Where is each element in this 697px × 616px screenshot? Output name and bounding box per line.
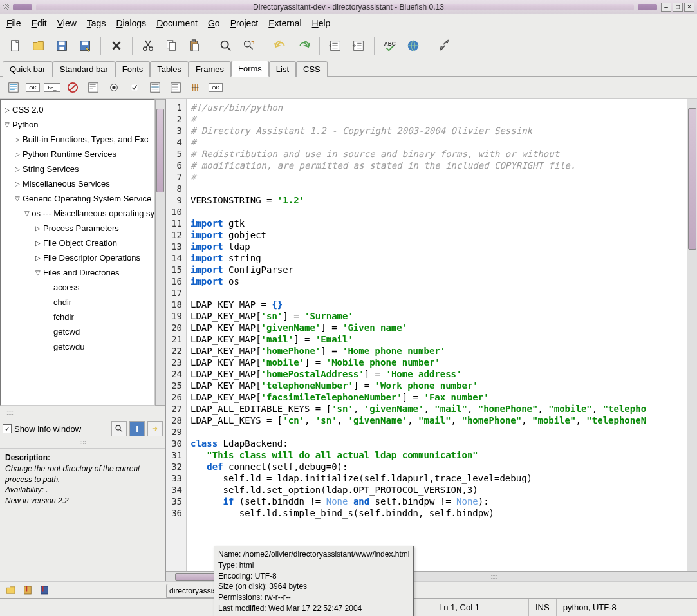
tree-item[interactable]: ▷File Object Creation (1, 236, 154, 250)
toolbar-tab-list[interactable]: List (269, 61, 296, 77)
close-file-button[interactable] (106, 35, 127, 56)
option-tool[interactable] (167, 79, 184, 96)
menu-dialogs[interactable]: Dialogs (116, 18, 146, 28)
form-button[interactable] (5, 79, 22, 96)
menu-help[interactable]: Help (312, 18, 331, 28)
radio-tool[interactable] (106, 79, 122, 96)
checkbox-tool[interactable] (126, 79, 143, 96)
redo-button[interactable] (293, 35, 314, 56)
tree-item[interactable]: ▷Process Parameters (1, 221, 154, 236)
optgroup-tool[interactable] (188, 79, 205, 96)
open-file-button[interactable] (28, 35, 49, 56)
textarea-tool[interactable] (85, 79, 102, 96)
toolbar-tab-fonts[interactable]: Fonts (115, 61, 151, 77)
search-ref-button[interactable] (111, 421, 127, 436)
tree-item[interactable]: fchdir (1, 310, 154, 324)
menu-project[interactable]: Project (230, 18, 259, 28)
forbidden-button-tool[interactable] (64, 79, 81, 96)
spellcheck-button[interactable]: ABC (380, 35, 400, 56)
tree-scroll-thumb[interactable] (156, 109, 164, 192)
select-tool[interactable] (147, 79, 163, 96)
reference-tab-icon[interactable] (37, 584, 51, 597)
chevron-right-icon[interactable]: ▷ (34, 225, 42, 232)
tree-item-label: Process Parameters (43, 223, 119, 233)
info-button[interactable]: i (129, 421, 145, 436)
toolbar-tab-forms[interactable]: Forms (231, 61, 269, 77)
status-insert-mode[interactable]: INS (529, 599, 557, 616)
tree-item[interactable]: ▽Generic Operating System Service (1, 191, 154, 206)
copy-button[interactable] (161, 35, 181, 56)
toolbar-tab-css[interactable]: CSS (296, 61, 328, 77)
menu-go[interactable]: Go (208, 18, 220, 28)
tree-item[interactable]: access (1, 280, 154, 295)
tree-item[interactable]: ▷File Descriptor Operations (1, 250, 154, 265)
menu-edit[interactable]: Edit (32, 18, 47, 28)
text-input-tool[interactable]: bc_ (44, 83, 60, 92)
chevron-right-icon[interactable]: ▷ (14, 136, 21, 143)
tree-item[interactable]: ▷Miscellaneous Services (1, 176, 154, 191)
tree-item[interactable]: chdir (1, 295, 154, 310)
toolbar-tab-quick-bar[interactable]: Quick bar (3, 61, 53, 77)
maximize-button[interactable]: □ (673, 3, 683, 12)
tree-item[interactable]: ▽os --- Miscellaneous operating sy (1, 206, 154, 221)
close-button[interactable]: × (684, 3, 694, 12)
tree-scrollbar[interactable] (155, 99, 165, 406)
chevron-right-icon[interactable]: ▷ (34, 239, 42, 247)
minimize-button[interactable]: – (661, 3, 671, 12)
find-replace-button[interactable] (239, 35, 259, 56)
toolbar-tab-frames[interactable]: Frames (189, 61, 231, 77)
svg-rect-21 (89, 83, 98, 92)
svg-rect-19 (9, 83, 18, 92)
sidebar-splitter-1[interactable]: :::: (0, 406, 165, 418)
tree-item-label: access (53, 283, 79, 292)
browser-preview-button[interactable] (403, 35, 423, 56)
submit-button-tool[interactable]: OK (26, 83, 40, 92)
menu-view[interactable]: View (57, 18, 77, 28)
tree-item[interactable]: ▷Python Runtime Services (1, 147, 154, 162)
tree-item-label: Python Runtime Services (23, 149, 116, 159)
toolbar-tab-tables[interactable]: Tables (150, 61, 189, 77)
undo-button[interactable] (270, 35, 291, 56)
menu-file[interactable]: File (6, 18, 21, 28)
code-editor[interactable]: #!/usr/bin/python## Directory Assistant … (187, 99, 687, 571)
reference-tree[interactable]: ▷CSS 2.0▽Python▷Built-in Functions, Type… (0, 99, 155, 406)
filebrowser-tab-icon[interactable] (4, 584, 18, 597)
button-tool[interactable]: OK (209, 83, 223, 92)
show-info-checkbox[interactable]: ✓ (3, 424, 12, 433)
menu-document[interactable]: Document (156, 18, 198, 28)
tree-item[interactable]: ▷Built-in Functions, Types, and Exc (1, 132, 154, 147)
bookmarks-tab-icon[interactable] (21, 584, 35, 597)
chevron-right-icon[interactable]: ▷ (14, 151, 21, 158)
tree-item[interactable]: getcwd (1, 324, 154, 339)
toolbar-tab-standard-bar[interactable]: Standard bar (53, 61, 115, 77)
chevron-right-icon[interactable]: ▷ (14, 180, 21, 187)
chevron-right-icon[interactable]: ▷ (3, 106, 11, 113)
tree-item[interactable]: getcwdu (1, 339, 154, 354)
tree-item[interactable]: ▽Files and Directories (1, 265, 154, 280)
sidebar-splitter-2[interactable]: :::: (0, 439, 165, 448)
tree-item[interactable]: ▷String Services (1, 162, 154, 176)
forward-ref-button[interactable] (147, 421, 163, 436)
chevron-down-icon[interactable]: ▽ (3, 121, 11, 128)
new-file-button[interactable] (5, 35, 26, 56)
menu-external[interactable]: External (268, 18, 301, 28)
unindent-button[interactable] (325, 35, 346, 56)
editor-vscrollbar[interactable] (687, 99, 697, 571)
chevron-right-icon[interactable]: ▷ (34, 254, 42, 261)
menu-tags[interactable]: Tags (87, 18, 106, 28)
find-button[interactable] (216, 35, 236, 56)
paste-button[interactable] (184, 35, 205, 56)
indent-button[interactable] (348, 35, 369, 56)
save-as-button[interactable] (75, 35, 95, 56)
save-file-button[interactable] (51, 35, 72, 56)
chevron-right-icon[interactable]: ▷ (14, 165, 21, 173)
tree-item[interactable]: ▷CSS 2.0 (1, 102, 154, 117)
tree-item[interactable]: ▽Python (1, 117, 154, 132)
cut-button[interactable] (138, 35, 158, 56)
chevron-down-icon[interactable]: ▽ (24, 210, 30, 217)
editor-vscroll-thumb[interactable] (688, 108, 696, 250)
status-encoding[interactable]: python, UTF-8 (557, 599, 697, 616)
preferences-button[interactable] (434, 35, 455, 56)
chevron-down-icon[interactable]: ▽ (34, 269, 42, 276)
chevron-down-icon[interactable]: ▽ (14, 195, 21, 202)
